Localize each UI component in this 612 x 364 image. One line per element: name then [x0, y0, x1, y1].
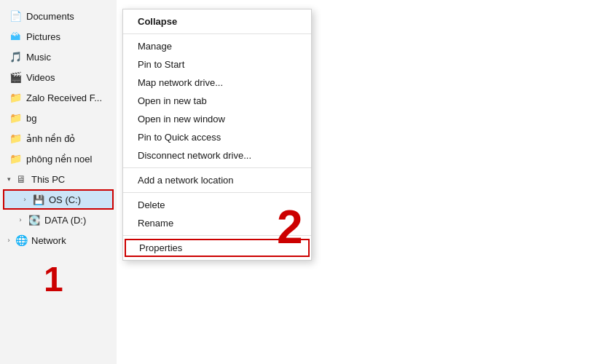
pictures-icon: 🏔	[9, 30, 22, 43]
network-label: Network	[31, 235, 66, 246]
menu-divider-3	[123, 192, 311, 193]
os-c-drive-icon: 💾	[32, 193, 45, 206]
file-explorer-sidebar: 📄 Documents 🏔 Pictures 🎵 Music 🎬 Videos …	[0, 0, 117, 364]
documents-icon: 📄	[9, 9, 22, 23]
menu-item-pin-start[interactable]: Pin to Start	[123, 55, 311, 74]
sidebar-item-anhnen[interactable]: 📁 ảnh nền đỏ	[0, 128, 117, 149]
sidebar-item-documents[interactable]: 📄 Documents	[0, 6, 117, 26]
network-expander: ›	[3, 234, 15, 246]
os-c-expander: ›	[19, 194, 31, 205]
sidebar-item-videos[interactable]: 🎬 Videos	[0, 67, 117, 87]
tree-item-this-pc[interactable]: ▾ 🖥 This PC	[0, 169, 117, 189]
this-pc-icon: 🖥	[15, 173, 28, 186]
sidebar-item-zalo-label: Zalo Received F...	[26, 92, 102, 103]
sidebar-item-phong[interactable]: 📁 phông nền noel	[0, 149, 117, 169]
tree-item-data-d[interactable]: › 💽 DATA (D:)	[0, 210, 117, 230]
sidebar-item-documents-label: Documents	[26, 11, 74, 22]
tree-item-network[interactable]: › 🌐 Network	[0, 230, 117, 250]
sidebar-item-music[interactable]: 🎵 Music	[0, 47, 117, 67]
menu-item-collapse[interactable]: Collapse	[123, 12, 311, 31]
sidebar-item-bg-label: bg	[26, 113, 36, 124]
this-pc-label: This PC	[31, 174, 65, 185]
sidebar-item-anhnen-label: ảnh nền đỏ	[26, 133, 75, 144]
data-d-drive-icon: 💽	[28, 213, 41, 226]
music-icon: 🎵	[9, 50, 22, 63]
this-pc-expander: ▾	[3, 173, 15, 185]
menu-item-pin-quick[interactable]: Pin to Quick access	[123, 128, 311, 146]
menu-item-manage[interactable]: Manage	[123, 37, 311, 55]
sidebar-item-pictures[interactable]: 🏔 Pictures	[0, 26, 117, 47]
data-d-expander: ›	[15, 214, 26, 226]
anhnen-folder-icon: 📁	[9, 132, 22, 145]
menu-divider-2	[123, 167, 311, 168]
phong-folder-icon: 📁	[9, 152, 22, 165]
annotation-label-1: 1	[44, 262, 63, 297]
sidebar-item-phong-label: phông nền noel	[26, 154, 92, 165]
tree-item-os-c[interactable]: › 💾 OS (C:)	[3, 189, 114, 210]
menu-divider-1	[123, 33, 311, 34]
bg-folder-icon: 📁	[9, 111, 22, 124]
menu-item-open-new-window[interactable]: Open in new window	[123, 110, 311, 128]
sidebar-item-bg[interactable]: 📁 bg	[0, 108, 117, 128]
sidebar-item-music-label: Music	[26, 52, 51, 63]
videos-icon: 🎬	[9, 71, 22, 84]
zalo-folder-icon: 📁	[9, 91, 22, 104]
data-d-label: DATA (D:)	[44, 215, 86, 226]
sidebar-item-videos-label: Videos	[26, 72, 55, 83]
menu-item-add-network[interactable]: Add a network location	[123, 171, 311, 189]
menu-item-disconnect[interactable]: Disconnect network drive...	[123, 146, 311, 165]
menu-item-map-network[interactable]: Map network drive...	[123, 74, 311, 92]
os-c-label: OS (C:)	[49, 194, 81, 205]
menu-item-open-new-tab[interactable]: Open in new tab	[123, 92, 311, 110]
network-icon: 🌐	[15, 234, 28, 247]
sidebar-item-zalo[interactable]: 📁 Zalo Received F...	[0, 87, 117, 108]
sidebar-item-pictures-label: Pictures	[26, 31, 60, 42]
annotation-label-2: 2	[277, 204, 303, 250]
